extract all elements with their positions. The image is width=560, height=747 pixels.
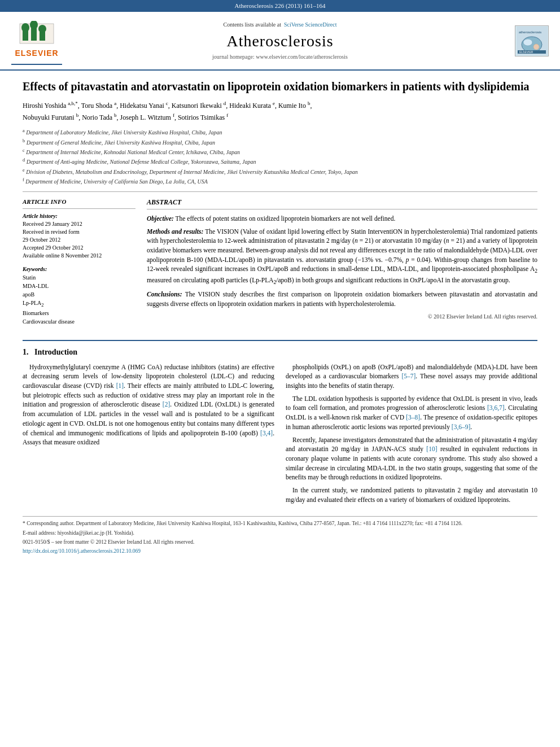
doi-link[interactable]: http://dx.doi.org/10.1016/j.atherosclero… (23, 548, 141, 554)
email-note: E-mail address: hiyoshida@jikei.ac.jp (H… (23, 530, 537, 537)
issn-note: 0021-9150/$ – see front matter © 2012 El… (23, 539, 537, 546)
abstract-panel: ABSTRACT Objective: The effects of poten… (147, 198, 537, 331)
article-info-heading: ARTICLE INFO (23, 198, 135, 208)
received-revised-label: Received in revised form (23, 228, 135, 236)
intro-para-3: The LDL oxidation hypothesis is supporte… (286, 394, 537, 432)
keyword-cvd: Cardiovascular disease (23, 317, 135, 326)
introduction-section: 1. Introduction Hydroxymethylglutaryl co… (23, 340, 537, 508)
accepted-date: Accepted 29 October 2012 (23, 244, 135, 252)
svg-text:atherosclerosis: atherosclerosis (519, 30, 541, 34)
journal-title: Atherosclerosis (62, 30, 498, 52)
svg-point-11 (533, 44, 539, 50)
history-label: Article history: (23, 212, 135, 220)
contents-line: Contents lists available at SciVerse Sci… (62, 21, 498, 29)
keyword-lp-pla2: Lp-PLA2 (23, 299, 135, 309)
abstract-objective: Objective: The effects of potent statins… (147, 214, 537, 224)
copyright-line: © 2012 Elsevier Ireland Ltd. All rights … (147, 313, 537, 321)
keyword-mda-ldl: MDA-LDL (23, 282, 135, 290)
article-title: Effects of pitavastatin and atorvastatin… (23, 79, 537, 94)
footnote-area: * Corresponding author. Department of La… (23, 516, 537, 555)
body-left-col: Hydroxymethylglutaryl coenzyme A (HMG Co… (23, 362, 274, 508)
sciverse-link[interactable]: SciVerse ScienceDirect (284, 21, 337, 28)
keyword-apob: apoB (23, 290, 135, 299)
received-date: Received 29 January 2012 (23, 220, 135, 228)
main-content: Effects of pitavastatin and atorvastatin… (0, 71, 560, 565)
affil-b: b Department of General Medicine, Jikei … (23, 138, 537, 147)
corresponding-author-note: * Corresponding author. Department of La… (23, 520, 537, 527)
affil-d: d Department of Anti-aging Medicine, Nat… (23, 157, 537, 166)
article-info-abstract-layout: ARTICLE INFO Article history: Received 2… (23, 198, 537, 331)
keywords-section: Keywords: Statin MDA-LDL apoB Lp-PLA2 Bi… (23, 265, 135, 326)
elsevier-wordmark: ELSEVIER (15, 48, 58, 59)
keywords-label: Keywords: (23, 265, 135, 273)
journal-citation-bar: Atherosclerosis 226 (2013) 161–164 (0, 0, 560, 12)
intro-para-5: In the current study, we randomized pati… (286, 486, 537, 504)
abstract-methods: Methods and results: The VISION (Value o… (147, 227, 537, 286)
elsevier-logo-left: ELSEVIER (11, 16, 62, 65)
header-divider (23, 191, 537, 192)
journal-homepage: journal homepage: www.elsevier.com/locat… (62, 53, 498, 61)
elsevier-emblem-icon (17, 21, 56, 46)
keyword-biomarkers: Biomarkers (23, 309, 135, 317)
journal-logo-right: atherosclerosis ELSEVIER (498, 25, 549, 56)
affil-c: c Department of Internal Medicine, Kohno… (23, 147, 537, 156)
affil-f: f Department of Medicine, University of … (23, 177, 537, 186)
keywords-list: Statin MDA-LDL apoB Lp-PLA2 Biomarkers C… (23, 273, 135, 326)
article-history-section: Article history: Received 29 January 201… (23, 212, 135, 260)
atherosclerosis-icon: atherosclerosis ELSEVIER (515, 25, 549, 56)
abstract-conclusions: Conclusions: The VISION study describes … (147, 290, 537, 308)
svg-text:ELSEVIER: ELSEVIER (519, 50, 533, 54)
authors-line: Hiroshi Yoshida a,b,*, Toru Shoda a, Hid… (23, 99, 537, 123)
available-online: Available online 8 November 2012 (23, 252, 135, 260)
body-right-col: phospholipids (OxPL) on apoB (OxPL/apoB)… (286, 362, 537, 508)
journal-center-header: Contents lists available at SciVerse Sci… (62, 21, 498, 61)
intro-para-4: Recently, Japanese investigators demonst… (286, 435, 537, 482)
intro-para-1: Hydroxymethylglutaryl coenzyme A (HMG Co… (23, 362, 274, 447)
svg-point-6 (38, 25, 46, 33)
section-title: 1. Introduction (23, 347, 537, 358)
svg-point-10 (523, 39, 532, 46)
authors-text: Hiroshi Yoshida a,b,*, Toru Shoda a, Hid… (23, 102, 312, 121)
journal-citation-text: Atherosclerosis 226 (2013) 161–164 (234, 2, 325, 9)
body-two-col: Hydroxymethylglutaryl coenzyme A (HMG Co… (23, 362, 537, 508)
received-revised-date: 29 October 2012 (23, 236, 135, 244)
affiliations: a Department of Laboratory Medicine, Jik… (23, 128, 537, 186)
svg-point-4 (21, 23, 29, 32)
affil-a: a Department of Laboratory Medicine, Jik… (23, 128, 537, 137)
journal-header: ELSEVIER Contents lists available at Sci… (0, 12, 560, 71)
affil-e: e Division of Diabetes, Metabolism and E… (23, 167, 537, 176)
doi-note: http://dx.doi.org/10.1016/j.atherosclero… (23, 548, 537, 555)
article-info-panel: ARTICLE INFO Article history: Received 2… (23, 198, 135, 331)
abstract-heading: ABSTRACT (147, 198, 537, 209)
keyword-statin: Statin (23, 273, 135, 282)
intro-para-2: phospholipids (OxPL) on apoB (OxPL/apoB)… (286, 362, 537, 391)
